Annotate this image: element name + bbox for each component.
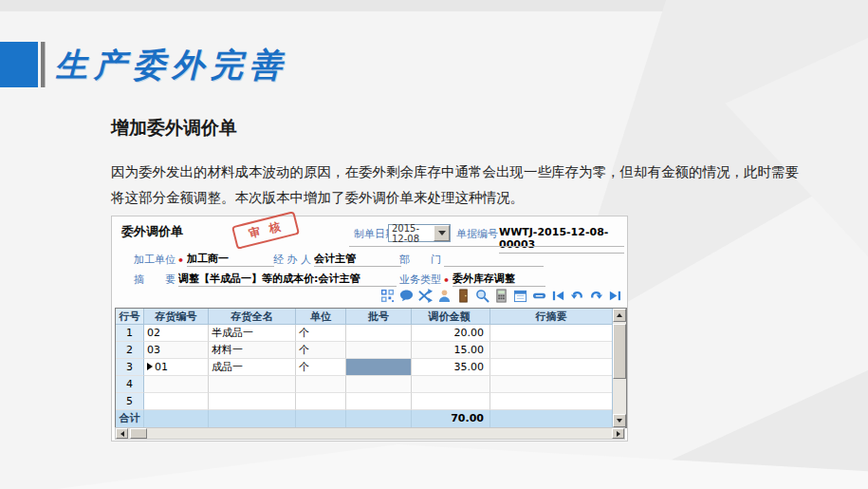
background-facet xyxy=(607,370,868,489)
amount-cell[interactable] xyxy=(412,393,490,410)
approved-stamp: 审核 xyxy=(231,211,300,250)
code-cell[interactable]: 02 xyxy=(144,325,209,342)
last-record-icon[interactable] xyxy=(608,289,622,303)
unit-cell[interactable]: 个 xyxy=(296,342,346,359)
amount-cell[interactable]: 35.00 xyxy=(412,359,490,376)
code-cell[interactable] xyxy=(144,393,209,410)
col-header-code: 存货编号 xyxy=(144,309,209,325)
app-screenshot-panel: 委外调价单 审核 制单日期 2015-12-08 单据编号 WWTJ-2015-… xyxy=(111,216,628,442)
batch-cell[interactable] xyxy=(346,325,412,342)
scroll-right-button[interactable] xyxy=(612,428,624,439)
batch-cell[interactable] xyxy=(346,376,412,393)
vertical-scroll-thumb[interactable] xyxy=(613,324,626,379)
biztype-input[interactable]: 委外库存调整 xyxy=(452,272,545,287)
background-facet xyxy=(57,444,868,489)
col-header-name: 存货全名 xyxy=(209,309,296,325)
grid-header-row: 行号 存货编号 存货全名 单位 批号 调价金额 行摘要 xyxy=(116,309,613,325)
memo-cell[interactable] xyxy=(490,359,613,376)
memo-cell[interactable] xyxy=(490,342,613,359)
docno-label: 单据编号 xyxy=(456,227,498,241)
rowno-cell: 2 xyxy=(116,342,144,359)
total-row: 合计 70.00 xyxy=(116,410,613,427)
horizontal-scrollbar[interactable] xyxy=(115,427,625,440)
total-empty xyxy=(296,410,346,427)
docno-value[interactable]: WWTJ-2015-12-08-00003 xyxy=(499,226,624,254)
col-header-memo: 行摘要 xyxy=(490,309,613,325)
search-icon[interactable] xyxy=(475,289,489,303)
col-header-unit: 单位 xyxy=(296,309,346,325)
person-icon[interactable] xyxy=(437,289,452,303)
door-icon[interactable] xyxy=(456,289,471,303)
current-row-marker-icon xyxy=(147,363,153,370)
scroll-up-button[interactable] xyxy=(613,309,626,322)
table-row-current: 3 01 成品一 个 35.00 xyxy=(116,359,613,376)
memo-cell[interactable] xyxy=(490,393,613,410)
rowno-cell: 3 xyxy=(116,359,144,376)
handler-input[interactable]: 会计主管 xyxy=(314,252,401,267)
arrow-right-icon xyxy=(617,431,620,437)
code-cell[interactable]: 03 xyxy=(144,342,209,359)
total-amount: 70.00 xyxy=(412,410,490,427)
processor-input[interactable]: 加工商一 xyxy=(187,252,274,267)
shuffle-icon[interactable] xyxy=(418,289,433,303)
header-divider xyxy=(349,246,624,247)
amount-cell[interactable]: 20.00 xyxy=(412,325,490,342)
section-heading: 增加委外调价单 xyxy=(111,116,237,141)
dept-label: 部 门 xyxy=(399,253,441,267)
rowno-cell: 5 xyxy=(116,393,144,410)
field-summary: 摘 要 调整【半成品一】等的成本价:会计主管 xyxy=(134,273,397,287)
first-record-icon[interactable] xyxy=(551,289,565,303)
amount-cell[interactable] xyxy=(412,376,490,393)
field-handler: 经 办 人 会计主管 xyxy=(273,253,401,267)
card-icon[interactable] xyxy=(532,289,546,303)
arrow-down-icon xyxy=(617,419,622,423)
scroll-left-button[interactable] xyxy=(116,428,128,439)
summary-input[interactable]: 调整【半成品一】等的成本价:会计主管 xyxy=(178,272,397,287)
name-cell[interactable] xyxy=(209,376,296,393)
batch-cell[interactable] xyxy=(346,393,412,410)
table-row: 2 03 材料一 个 15.00 xyxy=(116,342,613,359)
table-row: 4 xyxy=(116,376,613,393)
batch-cell[interactable] xyxy=(346,342,412,359)
table-row: 5 xyxy=(116,393,613,410)
name-cell[interactable]: 材料一 xyxy=(209,342,296,359)
date-dropdown-button[interactable] xyxy=(434,225,450,241)
scroll-down-button[interactable] xyxy=(613,414,626,427)
date-value[interactable]: 2015-12-08 xyxy=(389,223,434,244)
unit-cell[interactable]: 个 xyxy=(296,359,346,376)
dept-input[interactable] xyxy=(444,266,544,267)
arrow-left-icon xyxy=(120,431,124,437)
name-cell[interactable]: 成品一 xyxy=(209,359,296,376)
batch-cell-selected[interactable] xyxy=(346,359,412,376)
amount-cell[interactable]: 15.00 xyxy=(412,342,490,359)
required-mark: • xyxy=(177,254,184,267)
total-empty xyxy=(490,410,613,427)
calendar-icon[interactable] xyxy=(513,289,527,303)
horizontal-scroll-thumb[interactable] xyxy=(130,428,147,439)
calculator-icon[interactable] xyxy=(494,289,508,303)
total-label: 合计 xyxy=(116,410,144,427)
memo-cell[interactable] xyxy=(490,376,613,393)
biztype-label: 业务类型 xyxy=(399,273,441,287)
chevron-down-icon xyxy=(438,231,446,235)
unit-cell[interactable] xyxy=(296,393,346,410)
code-text: 01 xyxy=(155,361,168,373)
name-cell[interactable]: 半成品一 xyxy=(209,325,296,342)
memo-cell[interactable] xyxy=(490,325,613,342)
grid-toolbar xyxy=(380,289,622,303)
unit-cell[interactable] xyxy=(296,376,346,393)
name-cell[interactable] xyxy=(209,393,296,410)
date-combobox[interactable]: 2015-12-08 xyxy=(388,224,451,242)
redo-icon[interactable] xyxy=(589,289,603,303)
unit-cell[interactable]: 个 xyxy=(296,325,346,342)
top-strip xyxy=(0,0,868,11)
qr-code-icon[interactable] xyxy=(380,289,395,303)
code-cell[interactable]: 01 xyxy=(144,359,209,376)
summary-label: 摘 要 xyxy=(134,273,175,287)
undo-icon[interactable] xyxy=(570,289,584,303)
title-accent-square xyxy=(0,42,38,87)
vertical-scrollbar[interactable] xyxy=(612,309,626,427)
code-cell[interactable] xyxy=(144,376,209,393)
handler-label: 经 办 人 xyxy=(273,253,311,267)
comment-icon[interactable] xyxy=(399,289,414,303)
